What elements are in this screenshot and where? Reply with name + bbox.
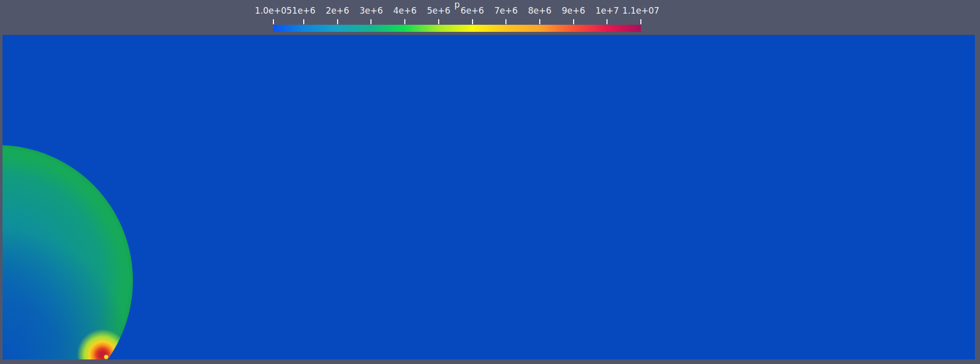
colorbar-tick-label: 3e+6	[359, 6, 383, 15]
colorbar-tick-label: 5e+6	[427, 6, 450, 15]
colorbar-tick-label: 2e+6	[326, 6, 349, 15]
colorbar-tick	[337, 19, 338, 24]
colorbar-tick	[438, 19, 439, 24]
colorbar-tick	[273, 19, 274, 24]
colorbar-tick	[606, 19, 608, 24]
colorbar-tick-label: 1.1e+07	[622, 6, 659, 15]
colorbar-gradient-bar[interactable]	[273, 25, 641, 32]
colorbar-tick-label: 1e+7	[595, 6, 619, 15]
colorbar-tick	[472, 19, 473, 24]
colorbar-tick-label: 8e+6	[528, 6, 551, 15]
colorbar-tick	[640, 19, 641, 24]
render-viewport[interactable]	[3, 35, 975, 359]
colorbar-tick	[573, 19, 574, 24]
colorbar-legend: p 1.0e+051e+62e+63e+64e+65e+66e+67e+68e+…	[0, 0, 980, 35]
colorbar-tick	[370, 19, 371, 24]
colorbar-tick-label: 1.0e+05	[255, 6, 292, 15]
colorbar-ticks: 1.0e+051e+62e+63e+64e+65e+66e+67e+68e+69…	[273, 0, 641, 25]
colorbar-tick	[539, 19, 540, 24]
colorbar-tick-label: 6e+6	[460, 6, 484, 15]
paraview-window: p 1.0e+051e+62e+63e+64e+65e+66e+67e+68e+…	[0, 0, 980, 364]
colorbar-tick	[303, 19, 304, 24]
colorbar-tick-label: 4e+6	[393, 6, 416, 15]
colorbar-tick-label: 9e+6	[562, 6, 585, 15]
shock-wave-disc	[3, 145, 133, 359]
colorbar-tick-label: 7e+6	[494, 6, 518, 15]
colorbar-tick-label: 1e+6	[292, 6, 315, 15]
colorbar-tick	[505, 19, 506, 24]
colorbar-tick	[404, 19, 405, 24]
